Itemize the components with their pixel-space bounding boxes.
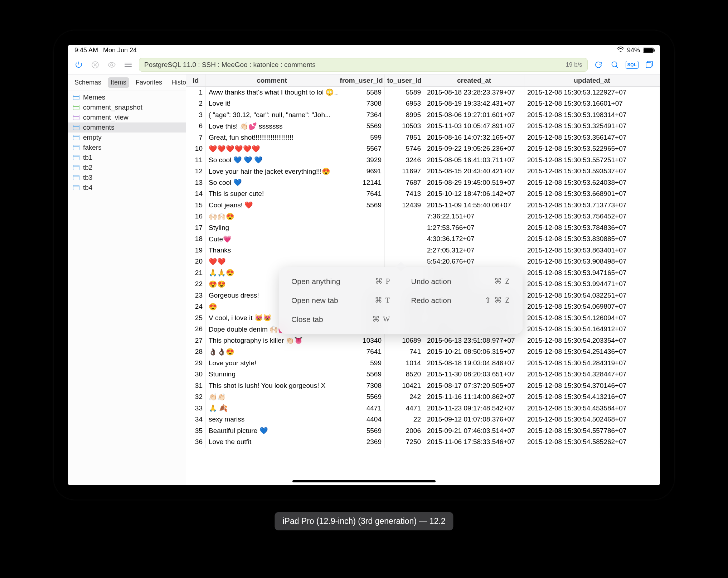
- cell: 11697: [385, 166, 424, 177]
- cell: Cool jeans! ❤️: [206, 199, 338, 211]
- cell: 5569: [338, 199, 385, 211]
- cell: 7250: [385, 437, 424, 448]
- sidebar-item-comments[interactable]: comments: [68, 122, 186, 133]
- col-updated-at[interactable]: updated_at: [524, 74, 660, 86]
- cell: 2015-08-19 19:33:42.431+07: [424, 98, 524, 110]
- cell: 7364: [338, 109, 385, 121]
- table-row[interactable]: 3{ "age": 30.12, "car": null, "name": "J…: [186, 109, 660, 121]
- search-icon[interactable]: [609, 59, 621, 71]
- sidebar-item-tb4[interactable]: tb4: [68, 183, 186, 193]
- cell: 5:54:20.676+07: [424, 256, 524, 268]
- shortcut-keys: ⌘ W: [372, 315, 391, 324]
- table-row[interactable]: 33🙏 🍂447144712015-11-23 09:17:48.542+072…: [186, 403, 660, 414]
- home-indicator[interactable]: [292, 480, 436, 482]
- table-row[interactable]: 6Love this! 👏🏻💕 sssssss5569105032015-11-…: [186, 121, 660, 132]
- battery-percent: 94%: [627, 47, 640, 54]
- table-row[interactable]: 27This photography is killer 👏🏻👅10340106…: [186, 335, 660, 346]
- cell: 15: [186, 199, 206, 211]
- col-from-user[interactable]: from_user_id: [338, 74, 385, 86]
- refresh-icon[interactable]: [593, 59, 604, 71]
- col-id[interactable]: id: [186, 74, 206, 86]
- table-row[interactable]: 15Cool jeans! ❤️5569124392015-11-09 14:5…: [186, 199, 660, 211]
- table-row[interactable]: 7Great, fun shot!!!!!!!!!!!!!!!!!!!!!599…: [186, 132, 660, 143]
- col-created-at[interactable]: created_at: [424, 74, 524, 86]
- shortcut-keys: ⌘ P: [375, 277, 391, 286]
- cell: 7308: [338, 380, 385, 391]
- table-row[interactable]: 17Styling1:27:53.766+072015-12-08 15:30:…: [186, 222, 660, 233]
- cell: 2015-09-12 01:07:08.376+07: [424, 414, 524, 425]
- sidebar-tab-favorites[interactable]: Favorites: [133, 77, 165, 88]
- cell: 2015-12-08 15:30:53.908498+07: [524, 256, 660, 268]
- table-row[interactable]: 32👏🏻👏🏻55692422015-11-16 11:14:00.862+072…: [186, 391, 660, 403]
- table-row[interactable]: 28👌🏿👌🏿😍76417412015-10-21 08:50:06.315+07…: [186, 346, 660, 358]
- table-row[interactable]: 18Cute💗4:30:36.172+072015-12-08 15:30:53…: [186, 233, 660, 245]
- shortcut-item[interactable]: Undo action⌘ Z: [411, 277, 511, 286]
- sidebar-item-tb2[interactable]: tb2: [68, 163, 186, 173]
- sidebar-item-empty[interactable]: empty: [68, 133, 186, 143]
- table-row[interactable]: 31This shot is lush! You look gorgeous! …: [186, 380, 660, 391]
- cell: 30: [186, 369, 206, 380]
- shortcut-label: Redo action: [411, 296, 451, 305]
- cell: 29: [186, 357, 206, 369]
- sql-button[interactable]: SQL: [626, 61, 639, 69]
- cell: 2015-12-08 15:30:54.413216+07: [524, 391, 660, 403]
- col-to-user[interactable]: to_user_id: [385, 74, 424, 86]
- table-row[interactable]: 20❤️❤️5:54:20.676+072015-12-08 15:30:53.…: [186, 256, 660, 268]
- table-icon: [73, 125, 79, 130]
- ipad-frame: 9:45 AM Mon Jun 24 94%: [54, 30, 674, 500]
- battery-icon: [643, 48, 654, 53]
- cell: 2015-08-15 20:43:40.421+07: [424, 166, 524, 177]
- shortcut-item[interactable]: Open new tab⌘ T: [291, 296, 391, 305]
- shortcut-item[interactable]: Redo action⇧ ⌘ Z: [411, 296, 511, 305]
- cell: 2015-12-08 15:30:54.328447+07: [524, 369, 660, 380]
- sidebar-item-tb3[interactable]: tb3: [68, 173, 186, 183]
- cell: [385, 211, 424, 222]
- sidebar-item-tb1[interactable]: tb1: [68, 153, 186, 163]
- breadcrumb-bar[interactable]: PostgreSQL 11.0 : SSH : MeeGoo : katonic…: [139, 58, 588, 72]
- table-row[interactable]: 13So cool 💙1214176872015-08-29 19:45:00.…: [186, 177, 660, 188]
- cell: 2015-12-08 15:30:54.203354+07: [524, 335, 660, 346]
- cell: 24: [186, 301, 206, 313]
- col-comment[interactable]: comment: [206, 74, 338, 86]
- table-row[interactable]: 10❤️❤️❤️❤️❤️❤️556757462015-09-22 19:05:2…: [186, 143, 660, 155]
- table-row[interactable]: 16🙌🏻🙌🏻😍7:36:22.151+072015-12-08 15:30:53…: [186, 211, 660, 222]
- table-row[interactable]: 19Thanks2:27:05.312+072015-12-08 15:30:5…: [186, 245, 660, 256]
- table-row[interactable]: 12Love your hair the jacket everything!!…: [186, 166, 660, 177]
- sidebar-tab-schemas[interactable]: Schemas: [72, 77, 104, 88]
- sidebar-item-label: comments: [83, 124, 115, 131]
- power-icon[interactable]: [73, 59, 84, 71]
- menu-icon[interactable]: [122, 59, 134, 71]
- status-bar: 9:45 AM Mon Jun 24 94%: [68, 45, 660, 56]
- breadcrumb-text: PostgreSQL 11.0 : SSH : MeeGoo : katonic…: [144, 61, 316, 69]
- cell: 11: [186, 154, 206, 166]
- sidebar-tabs: SchemasItemsFavoritesHistory: [68, 74, 186, 91]
- sidebar-item-fakers[interactable]: fakers: [68, 143, 186, 153]
- eye-icon[interactable]: [106, 59, 117, 71]
- shortcut-item[interactable]: Open anything⌘ P: [291, 277, 391, 286]
- table-row[interactable]: 11So cool 💙 💙 💙392932462015-08-05 16:41:…: [186, 154, 660, 166]
- table-row[interactable]: 29Love your style!59910142015-08-18 19:0…: [186, 357, 660, 369]
- tabs-icon[interactable]: [644, 59, 655, 71]
- sidebar-tab-items[interactable]: Items: [108, 77, 129, 88]
- cell: 2015-06-13 23:51:08.977+07: [424, 335, 524, 346]
- shortcut-keys: ⌘ Z: [494, 277, 510, 286]
- cell: 741: [385, 346, 424, 358]
- cancel-icon[interactable]: [89, 59, 101, 71]
- cell: 4471: [385, 403, 424, 414]
- table-row[interactable]: 14This is super cute!764174132015-10-12 …: [186, 188, 660, 200]
- shortcut-item[interactable]: Close tab⌘ W: [291, 315, 391, 324]
- cell: 2015-12-08 15:30:53.325491+07: [524, 121, 660, 132]
- cell: 5569: [338, 425, 385, 437]
- cell: 2015-12-08 15:30:54.284319+07: [524, 357, 660, 369]
- table-row[interactable]: 1Aww thanks that's what I thought to lol…: [186, 87, 660, 98]
- table-row[interactable]: 34sexy mariss4404222015-09-12 01:07:08.3…: [186, 414, 660, 425]
- table-row[interactable]: 2Love it!730869532015-08-19 19:33:42.431…: [186, 98, 660, 110]
- table-row[interactable]: 36Love the outfit236972502015-11-06 17:5…: [186, 437, 660, 448]
- cell: [385, 233, 424, 245]
- cell: 5567: [338, 143, 385, 155]
- sidebar-item-Memes[interactable]: Memes: [68, 92, 186, 102]
- table-row[interactable]: 35Beautiful picture 💙556920062015-09-21 …: [186, 425, 660, 437]
- sidebar-item-comment_view[interactable]: comment_view: [68, 112, 186, 122]
- table-row[interactable]: 30Stunning556985202015-11-30 08:20:03.65…: [186, 369, 660, 380]
- sidebar-item-comment_snapshot[interactable]: comment_snapshot: [68, 102, 186, 112]
